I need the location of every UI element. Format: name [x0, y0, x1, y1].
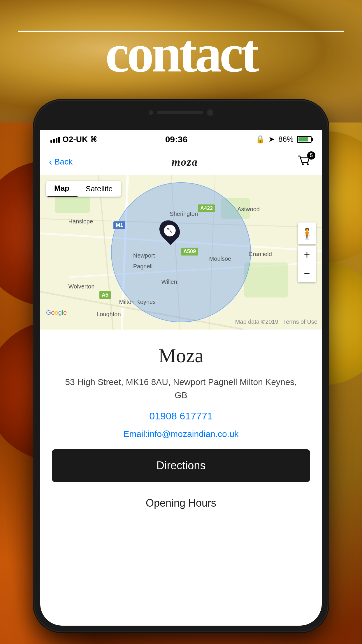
- map-pin: moza: [160, 220, 179, 242]
- signal-bar-3: [56, 138, 57, 143]
- restaurant-name: Moza: [52, 344, 310, 367]
- front-camera: [207, 109, 213, 116]
- map-badge-m1: M1: [113, 221, 125, 229]
- speaker-bar: [157, 111, 203, 114]
- opening-hours-label: Opening Hours: [52, 491, 310, 512]
- zoom-controls: + −: [298, 246, 316, 282]
- signal-bar-1: [50, 140, 52, 143]
- status-time: 09:36: [165, 134, 188, 144]
- map-badge-a422: A422: [198, 204, 215, 212]
- map-label-wolverton: Wolverton: [68, 283, 95, 290]
- map-label-hanslope: Hanslope: [68, 218, 93, 225]
- svg-rect-12: [244, 262, 288, 298]
- svg-point-1: [307, 163, 309, 165]
- signal-bars: [50, 136, 60, 143]
- map-label-loughton: Loughton: [96, 311, 121, 318]
- email-label: Email:: [123, 429, 147, 439]
- svg-point-0: [302, 163, 304, 165]
- battery-fill: [298, 137, 308, 141]
- restaurant-phone[interactable]: 01908 617771: [52, 410, 310, 422]
- map-label-cranfield: Cranfield: [249, 251, 272, 258]
- restaurant-email-line: Email:info@mozaindian.co.uk: [52, 429, 310, 439]
- map-type-selector[interactable]: Map Satellite: [46, 181, 121, 197]
- cart-badge: 5: [307, 151, 315, 160]
- content-area: Moza 53 High Street, MK16 8AU, Newport P…: [40, 330, 322, 521]
- map-type-map-btn[interactable]: Map: [46, 181, 78, 197]
- cart-button[interactable]: 5: [297, 154, 313, 170]
- map-container[interactable]: Map Satellite Sherington Hanslope Astwoo…: [40, 175, 322, 330]
- back-button[interactable]: ‹ Back: [49, 157, 73, 167]
- map-data-text: Map data ©2019: [235, 318, 278, 325]
- street-view-button[interactable]: 🧍: [298, 223, 316, 244]
- signal-bar-2: [53, 139, 55, 143]
- map-label-pagnell: Pagnell: [133, 263, 153, 270]
- directions-button[interactable]: Directions: [52, 449, 310, 482]
- map-badge-a5: A5: [99, 291, 111, 299]
- logo-text: moza: [172, 156, 198, 168]
- google-attribution: Google: [46, 309, 67, 316]
- zoom-in-button[interactable]: +: [298, 246, 316, 264]
- email-address[interactable]: info@mozaindian.co.uk: [148, 429, 239, 439]
- phone-screen: ‹ Back moza 5: [40, 149, 322, 626]
- map-label-moulsoe: Moulsoe: [209, 256, 231, 262]
- page-title: contact: [0, 28, 362, 80]
- map-controls: 🧍 + −: [298, 223, 316, 282]
- map-label-newport: Newport: [133, 252, 155, 259]
- nav-bar: ‹ Back moza 5: [40, 149, 322, 175]
- phone-top-bar: [40, 106, 322, 130]
- app-logo: moza: [172, 155, 198, 168]
- carrier-name: O2-UK: [62, 135, 88, 144]
- map-label-astwood: Astwood: [237, 206, 260, 213]
- map-data-attribution: Map data ©2019 Terms of Use: [235, 318, 317, 325]
- camera-dot: [149, 110, 153, 115]
- wifi-icon: ⌘: [90, 135, 97, 144]
- phone-camera-area: [149, 106, 213, 116]
- phone-device: O2-UK ⌘ 09:36 🔒 ➤ 86% ‹: [34, 101, 328, 631]
- zoom-out-button[interactable]: −: [298, 264, 316, 282]
- lock-icon: 🔒: [256, 135, 265, 144]
- page-title-container: contact: [0, 28, 362, 80]
- signal-bar-4: [58, 137, 60, 143]
- status-right: 🔒 ➤ 86%: [256, 135, 312, 144]
- battery-percent: 86%: [278, 135, 294, 144]
- status-bar: O2-UK ⌘ 09:36 🔒 ➤ 86%: [40, 130, 322, 149]
- restaurant-address: 53 High Street, MK16 8AU, Newport Pagnel…: [52, 375, 310, 402]
- map-badge-a509: A509: [181, 248, 198, 256]
- battery-container: [297, 136, 312, 143]
- battery-icon: [297, 136, 312, 143]
- map-label-sherington: Sherington: [170, 211, 198, 217]
- pin-inner: moza: [164, 225, 175, 236]
- status-left: O2-UK ⌘: [50, 135, 97, 144]
- map-label-miltonkeynes: Milton Keynes: [119, 299, 156, 305]
- nav-icon: ➤: [268, 135, 275, 144]
- back-chevron-icon: ‹: [49, 157, 52, 167]
- map-label-willen: Willen: [161, 279, 177, 285]
- phone-frame: O2-UK ⌘ 09:36 🔒 ➤ 86% ‹: [34, 101, 328, 631]
- terms-text: Terms of Use: [283, 318, 317, 325]
- map-type-satellite-btn[interactable]: Satellite: [78, 181, 121, 197]
- back-label: Back: [55, 157, 73, 167]
